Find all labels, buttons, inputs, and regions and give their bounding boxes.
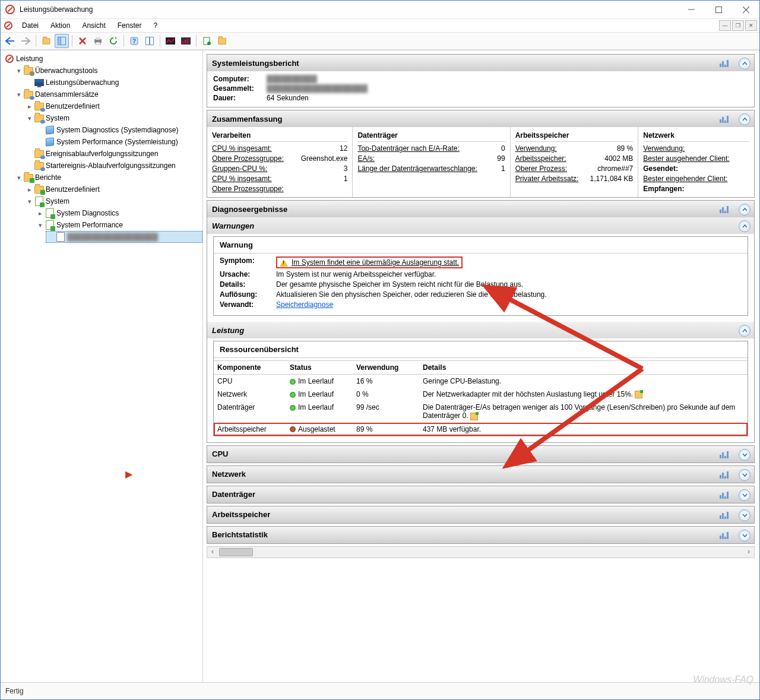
tree-reports-perf[interactable]: ▾System Performance (35, 219, 202, 231)
tree-selected-report[interactable]: ██████████████████ (46, 231, 202, 243)
menu-window[interactable]: Fenster (112, 20, 148, 31)
mdi-close-button[interactable]: ✕ (745, 20, 757, 31)
summary-col-network: Netzwerk (643, 129, 749, 142)
menu-help[interactable]: ? (147, 20, 163, 31)
scroll-right-button[interactable]: › (743, 547, 754, 556)
tree-pane[interactable]: Leistung ▾Überwachungstools Leistungsübe… (1, 50, 203, 682)
report-pane[interactable]: Systemleistungsbericht Computer:████████… (203, 50, 759, 682)
help-button[interactable]: ? (127, 34, 141, 48)
svg-rect-2 (58, 37, 61, 45)
collapse-button[interactable] (739, 220, 750, 232)
collapse-button[interactable] (739, 204, 750, 216)
mdi-restore-button[interactable]: ❐ (732, 20, 744, 31)
panel-network: Netzwerk (207, 465, 755, 483)
summary-col-disk: Datenträger (357, 129, 505, 142)
scroll-thumb[interactable] (219, 548, 253, 556)
toolbar: ? (1, 32, 759, 50)
tree-startup-trace[interactable]: Startereignis-Ablaufverfolgungssitzungen (24, 160, 202, 172)
expand-button[interactable] (739, 449, 750, 461)
delete-button[interactable] (75, 34, 90, 48)
panel-subheader-performance[interactable]: Leistung (207, 322, 754, 338)
panel-subheader-warnings[interactable]: Warnungen (207, 217, 754, 234)
tree-system[interactable]: ▾System (24, 112, 202, 124)
chart-icon (720, 58, 734, 66)
horizontal-scrollbar[interactable]: ‹ › (207, 546, 755, 558)
new-button[interactable] (200, 34, 214, 48)
expand-button[interactable] (739, 489, 750, 501)
expand-button[interactable] (739, 469, 750, 481)
status-text: Fertig (5, 687, 24, 695)
panel-header-memory[interactable]: Arbeitsspeicher (207, 506, 754, 523)
mdi-minimize-button[interactable]: — (719, 20, 731, 31)
panel-header-network[interactable]: Netzwerk (207, 466, 754, 483)
panel-header-diagnostics[interactable]: Diagnoseergebnisse (207, 201, 754, 217)
collapse-button[interactable] (739, 325, 750, 337)
tree-root[interactable]: Leistung (3, 53, 202, 65)
menubar: Datei Aktion Ansicht Fenster ? — ❐ ✕ (1, 18, 759, 32)
svg-rect-9 (150, 37, 154, 45)
chart-icon (720, 490, 734, 498)
panel-report-header: Systemleistungsbericht Computer:████████… (207, 54, 755, 107)
svg-rect-4 (96, 37, 100, 40)
svg-rect-8 (146, 37, 150, 45)
menubar-app-icon (4, 21, 12, 30)
panel-header-disk[interactable]: Datenträger (207, 486, 754, 503)
collapse-button[interactable] (739, 113, 750, 125)
resource-row: DatenträgerIm Leerlauf99 /secDie Datentr… (214, 401, 748, 422)
tree-sys-performance[interactable]: System Performance (Systemleistung) (35, 136, 202, 148)
panel-disk: Datenträger (207, 486, 755, 503)
svg-text:?: ? (132, 38, 136, 45)
tree-user-defined[interactable]: ▸Benutzerdefiniert (24, 100, 202, 112)
expand-button[interactable] (739, 509, 750, 521)
related-link[interactable]: Speicherdiagnose (276, 300, 333, 309)
expand-button[interactable] (739, 530, 750, 541)
panes-button[interactable] (142, 34, 157, 48)
tree-monitoring-tools[interactable]: ▾Überwachungstools (14, 65, 202, 77)
chart-icon (720, 449, 734, 458)
menu-view[interactable]: Ansicht (76, 20, 111, 31)
panel-header-summary[interactable]: Zusammenfassung (207, 110, 754, 127)
tree-reports-system[interactable]: ▾System (24, 195, 202, 207)
panel-header-cpu[interactable]: CPU (207, 446, 754, 463)
value-computer: ██████████ (267, 75, 317, 83)
refresh-button[interactable] (106, 34, 121, 48)
panel-header-systemleistungsbericht[interactable]: Systemleistungsbericht (207, 55, 754, 71)
note-icon (635, 391, 642, 398)
up-button[interactable] (39, 34, 53, 48)
tree-reports-diag[interactable]: ▸System Diagnostics (35, 207, 202, 219)
show-hide-tree-button[interactable] (55, 34, 69, 48)
nav-forward-button[interactable] (18, 34, 33, 48)
warning-box: Warnung Symptom: Im System findet eine ü… (213, 236, 748, 316)
resource-row: ArbeitsspeicherAusgelastet89 %437 MB ver… (214, 423, 748, 436)
scroll-left-button[interactable]: ‹ (207, 547, 218, 556)
tree-event-trace[interactable]: Ereignisablaufverfolgungssitzungen (24, 148, 202, 160)
resource-table: Komponente Status Verwendung Details CPU… (214, 360, 748, 436)
value-duration: 64 Sekunden (267, 94, 309, 102)
view-report-button[interactable] (179, 34, 193, 48)
note-icon (470, 413, 478, 420)
nav-back-button[interactable] (3, 34, 17, 48)
menu-file[interactable]: Datei (16, 20, 45, 31)
collapse-button[interactable] (739, 58, 750, 69)
svg-rect-12 (182, 42, 183, 43)
status-dot-icon (290, 392, 296, 398)
tree-reports-user[interactable]: ▸Benutzerdefiniert (24, 183, 202, 195)
chart-icon (720, 204, 734, 213)
print-button[interactable] (91, 34, 105, 48)
tree-perf-monitor[interactable]: Leistungsüberwachung (24, 77, 202, 88)
tree-reports[interactable]: ▾Berichte (14, 172, 202, 183)
open-button[interactable] (215, 34, 229, 48)
panel-header-stats[interactable]: Berichtstatistik (207, 527, 754, 543)
app-icon (5, 5, 15, 14)
tree-sys-diagnostics[interactable]: System Diagnostics (Systemdiagnose) (35, 124, 202, 136)
label-computer: Computer: (213, 75, 267, 83)
minimize-button[interactable] (677, 1, 705, 18)
panel-cpu: CPU (207, 445, 755, 463)
tree-collector-sets[interactable]: ▾Datensammlersätze (14, 88, 202, 100)
view-graph-button[interactable] (163, 34, 178, 48)
menu-action[interactable]: Aktion (45, 20, 76, 31)
maximize-button[interactable] (705, 1, 732, 18)
play-annotation-icon: ▶ (125, 468, 132, 480)
close-button[interactable] (732, 1, 759, 18)
status-dot-icon (290, 379, 296, 385)
